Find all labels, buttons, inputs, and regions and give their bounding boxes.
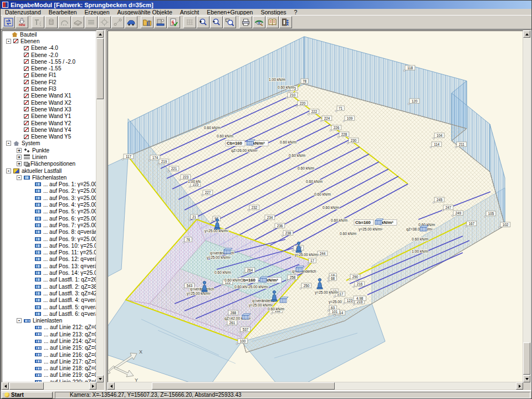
tree-row[interactable]: ... auf Pos. 6: γ=25.00 kN [2, 215, 96, 222]
tree-row[interactable]: Ebene Wand X3 [2, 106, 96, 112]
tree-row[interactable]: Ebene Fl3 [2, 85, 96, 92]
view-vertical-scrollbar[interactable] [523, 30, 530, 382]
tree-row[interactable]: ... auf Lastfl. 2: qZ=38.00 [2, 283, 96, 290]
model-3d-canvas[interactable]: X Y 117174219221223225227122118787521022… [108, 30, 523, 382]
tree-scroll-down-button[interactable] [96, 375, 104, 382]
generate-button[interactable] [154, 16, 167, 28]
polyline-button-disabled[interactable] [111, 16, 124, 28]
tree-row[interactable]: ... auf Linie 213: qZ=0.60 [2, 331, 96, 337]
tree-row[interactable]: Ebene Wand X2 [2, 99, 96, 106]
tree-row[interactable]: ... auf Linie 215: qZ=0.60 [2, 345, 96, 351]
tree-expander[interactable]: + [17, 161, 22, 166]
manual-button[interactable] [266, 16, 279, 28]
tree-expander[interactable]: - [6, 141, 11, 146]
tree-row[interactable]: Ebene Wand Y1 [2, 113, 96, 120]
tree-row[interactable]: ... auf Pos. 3: γ=25.00 kN [2, 195, 96, 201]
tree-row[interactable]: -Ebenen [2, 38, 96, 44]
new-button[interactable]: neu [16, 16, 28, 28]
tree-row[interactable]: ... auf Pos. 13: q=veränder [2, 263, 96, 269]
tree-row[interactable]: ... auf Linie 212: qZ=0.60 [2, 324, 96, 331]
drive-button[interactable] [125, 16, 137, 28]
tree-row[interactable]: -Flächenlasten [2, 174, 96, 181]
tools-button-disabled[interactable] [32, 16, 44, 28]
arc-button-disabled[interactable] [58, 16, 71, 28]
menu-item[interactable]: Datenzustand [5, 9, 41, 16]
tree-row[interactable]: ... auf Linie 219: qZ=0.60 [2, 372, 96, 378]
menu-item[interactable]: Ebenen+Gruppen [207, 9, 253, 16]
tree-row[interactable]: Ebene Fl2 [2, 79, 96, 85]
tree-row[interactable]: ... auf Lastfl. 6: q=verände [2, 310, 96, 317]
menu-item[interactable]: Sonstiges [260, 9, 286, 16]
tree-row[interactable]: ... auf Pos. 8: q=veränderli [2, 229, 96, 236]
tree-row[interactable]: Bauteil [2, 31, 96, 38]
view-scroll-left-button[interactable] [108, 382, 115, 390]
grid-button-disabled[interactable] [183, 16, 196, 28]
tree-row[interactable]: Ebene Wand Y4 [2, 126, 96, 133]
menu-item[interactable]: Bearbeiten [49, 9, 77, 16]
view-vscroll-thumb[interactable] [523, 342, 530, 375]
tree-row[interactable]: ... auf Pos. 14: γ=25.00 kN [2, 269, 96, 276]
tree-row[interactable]: -Linienlasten [2, 317, 96, 324]
view-scroll-down-button[interactable] [523, 375, 530, 382]
tree-vertical-scrollbar[interactable] [96, 30, 104, 382]
tree-row[interactable]: +Flächenpositionen [2, 161, 96, 167]
tree-row[interactable]: Ebene -4.0 [2, 45, 96, 52]
view-horizontal-scrollbar[interactable] [108, 382, 523, 390]
tree-row[interactable]: Ebene Wand X1 [2, 93, 96, 99]
tree-row[interactable]: ... auf Linie 214: qZ=0.60 [2, 337, 96, 344]
tree-row[interactable]: ... auf Lastfl. 1: qZ=26.00 [2, 277, 96, 283]
move-button-disabled[interactable] [98, 16, 111, 28]
tree-scroll-left-button[interactable] [2, 382, 9, 390]
eraser-button-disabled[interactable] [45, 16, 58, 28]
tree-row[interactable]: +Linien [2, 154, 96, 160]
view-hscroll-thumb[interactable] [152, 382, 335, 390]
tree-scroll-right-button[interactable] [89, 382, 96, 390]
tree-row[interactable]: ... auf Pos. 1: γ=25.00 kN. [2, 181, 96, 188]
tree-expander[interactable]: - [6, 39, 11, 44]
tree-expander[interactable]: + [17, 155, 22, 160]
tree-row[interactable]: -System [2, 140, 96, 147]
tree-row[interactable]: ... auf Lastfl. 4: q=verände [2, 297, 96, 304]
tree-row[interactable]: Ebene Wand Y2 [2, 120, 96, 126]
tree-row[interactable]: Ebene -1.55 [2, 65, 96, 71]
tree-row[interactable]: ... auf Pos. 2: γ=25.00 kN [2, 188, 96, 195]
menu-item[interactable]: Ansicht [180, 9, 199, 16]
tree-row[interactable]: ... auf Pos. 10: γ=25.00 kN [2, 242, 96, 249]
tree-vscroll-thumb[interactable] [96, 38, 104, 99]
tree-expander[interactable]: - [17, 318, 22, 323]
tree-horizontal-scrollbar[interactable] [2, 382, 96, 390]
tree-row[interactable]: ... auf Pos. 7: γ=25.00 kN [2, 222, 96, 228]
tree-expander[interactable]: + [17, 148, 22, 153]
tree-row[interactable]: ... auf Linie 217: qZ=0.60 [2, 358, 96, 365]
tree-row[interactable]: Ebene Fl1 [2, 72, 96, 79]
tree-scroll-up-button[interactable] [96, 30, 104, 38]
exit-button[interactable] [279, 16, 292, 28]
tree-row[interactable]: Ebene -1.55 / -2.0 [2, 58, 96, 65]
tree-row[interactable]: ... auf Pos. 5: γ=25.00 kN [2, 208, 96, 215]
load-folder-button[interactable] [141, 16, 154, 28]
zoom-window-button[interactable] [223, 16, 236, 28]
view-scroll-right-button[interactable] [516, 382, 523, 390]
slab-button-disabled[interactable] [71, 16, 84, 28]
zoom-out-button[interactable] [210, 16, 223, 28]
tree-row[interactable]: -aktueller Lastfall [2, 167, 96, 174]
menu-item[interactable]: Erzeugen [85, 9, 110, 16]
tree-hscroll-thumb[interactable] [9, 382, 44, 390]
lines-button-disabled[interactable] [85, 16, 98, 28]
render-button[interactable] [253, 16, 265, 28]
print-button[interactable] [239, 16, 252, 28]
view-scroll-up-button[interactable] [523, 30, 530, 38]
tree-expander[interactable]: - [17, 175, 22, 180]
tree-expander[interactable]: - [6, 168, 11, 173]
tree-row[interactable]: ... auf Lastfl. 5: q=verände [2, 304, 96, 310]
zoom-in-button[interactable] [197, 16, 209, 28]
data-exchange-button[interactable] [2, 16, 15, 28]
menu-item[interactable]: ? [294, 9, 298, 16]
tree-row[interactable]: ... auf Linie 220: qZ=0.60 [2, 378, 96, 382]
tree-row[interactable]: ... auf Linie 216: qZ=0.60 [2, 351, 96, 358]
tree-row[interactable]: Ebene -2.0 [2, 52, 96, 58]
tree-row[interactable]: ... auf Pos. 12: q=veränder [2, 256, 96, 263]
start-button[interactable]: Start [2, 392, 53, 398]
menu-item[interactable]: Ausgewählte Objekte [117, 9, 172, 16]
tree-row[interactable]: ... auf Pos. 11: γ=25.00 kN [2, 249, 96, 256]
